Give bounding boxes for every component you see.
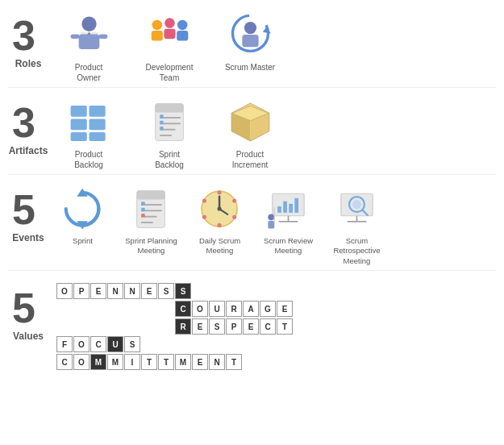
dev-team-icon bbox=[145, 10, 194, 59]
svg-rect-61 bbox=[294, 198, 298, 212]
svg-rect-30 bbox=[160, 127, 164, 131]
svg-rect-46 bbox=[141, 214, 145, 218]
cell-n2: N bbox=[124, 283, 140, 299]
cell-p2: P bbox=[226, 318, 242, 335]
svg-point-53 bbox=[202, 198, 206, 202]
cell-empty-6 bbox=[141, 301, 157, 317]
cell-c-highlight: C bbox=[175, 301, 191, 317]
values-label: Values bbox=[13, 331, 44, 342]
svg-point-51 bbox=[218, 222, 222, 227]
svg-rect-7 bbox=[151, 31, 162, 41]
svg-rect-15 bbox=[242, 35, 258, 47]
svg-rect-58 bbox=[277, 206, 281, 212]
scrum-retro-label: Scrum RetrospectiveMeeting bbox=[323, 236, 391, 266]
svg-point-50 bbox=[232, 214, 236, 218]
values-number-col: 5 Values bbox=[8, 279, 48, 342]
cell-t2: T bbox=[141, 354, 157, 370]
scrum-master-label: Scrum Master bbox=[225, 62, 275, 73]
role-product-owner: ProductOwner bbox=[48, 10, 129, 83]
cell-e2: E bbox=[141, 283, 157, 299]
svg-point-52 bbox=[202, 214, 206, 218]
sprint-planning-icon bbox=[127, 185, 176, 233]
cell-m3: M bbox=[175, 354, 191, 370]
svg-rect-29 bbox=[160, 120, 164, 124]
svg-rect-23 bbox=[155, 103, 183, 112]
cell-u-highlight: U bbox=[107, 336, 123, 352]
event-scrum-review: Scrum ReviewMeeting bbox=[254, 185, 323, 256]
cell-empty-13 bbox=[141, 318, 157, 335]
role-dev-team: DevelopmentTeam bbox=[129, 10, 210, 83]
divider-3 bbox=[8, 270, 496, 271]
svg-point-6 bbox=[152, 19, 162, 30]
openness-row: O P E N N E S S bbox=[56, 283, 294, 299]
svg-rect-3 bbox=[78, 34, 99, 48]
artifacts-number: 3 bbox=[12, 102, 44, 143]
svg-rect-4 bbox=[70, 34, 79, 38]
svg-rect-9 bbox=[164, 28, 175, 39]
svg-point-0 bbox=[81, 16, 96, 31]
cell-s3: S bbox=[124, 336, 140, 352]
roles-section: 3 Roles ProductOwner bbox=[0, 0, 504, 83]
cell-r-highlight: R bbox=[175, 318, 191, 335]
svg-rect-44 bbox=[141, 202, 145, 206]
cell-e3: E bbox=[277, 301, 293, 317]
svg-rect-45 bbox=[141, 207, 145, 211]
cell-empty-3 bbox=[90, 301, 106, 317]
cell-o2: O bbox=[192, 301, 208, 317]
cell-s2: S bbox=[209, 318, 225, 335]
cell-empty-10 bbox=[90, 318, 106, 335]
roles-label: Roles bbox=[15, 58, 42, 69]
cell-c4: C bbox=[56, 354, 73, 370]
artifact-sprint-backlog: SprintBacklog bbox=[129, 98, 210, 170]
scrum-review-label: Scrum ReviewMeeting bbox=[264, 236, 313, 256]
artifact-product-backlog: ProductBacklog bbox=[48, 98, 129, 170]
divider-1 bbox=[8, 87, 496, 88]
svg-rect-21 bbox=[89, 131, 105, 140]
svg-rect-11 bbox=[177, 31, 188, 41]
cell-m2: M bbox=[107, 354, 123, 370]
svg-rect-16 bbox=[70, 105, 86, 116]
cell-t1: T bbox=[277, 318, 293, 335]
svg-rect-5 bbox=[98, 34, 107, 38]
svg-rect-65 bbox=[268, 221, 274, 228]
cell-a1: A bbox=[243, 301, 259, 317]
cell-empty-2 bbox=[73, 301, 90, 317]
respect-row: R E S P E C T bbox=[56, 318, 294, 335]
cell-n2b: N bbox=[209, 354, 225, 370]
product-backlog-label: ProductBacklog bbox=[74, 149, 103, 170]
sprint-icon bbox=[59, 185, 107, 233]
cell-e5: E bbox=[243, 318, 259, 335]
cell-empty-7 bbox=[158, 301, 174, 317]
cell-empty-5 bbox=[124, 301, 140, 317]
cell-g: G bbox=[260, 301, 276, 317]
product-increment-label: ProductIncrement bbox=[232, 149, 268, 170]
svg-rect-17 bbox=[89, 105, 105, 116]
event-sprint: Sprint bbox=[48, 185, 117, 246]
sprint-backlog-label: SprintBacklog bbox=[155, 149, 184, 170]
artifacts-items: ProductBacklog bbox=[48, 94, 496, 170]
svg-point-48 bbox=[218, 190, 222, 194]
cell-t3: T bbox=[158, 354, 174, 370]
event-daily-scrum: Daily ScrumMeeting bbox=[185, 185, 254, 256]
svg-point-49 bbox=[232, 198, 236, 202]
cell-o1: O bbox=[56, 283, 73, 299]
svg-rect-28 bbox=[160, 114, 164, 119]
svg-point-64 bbox=[268, 214, 274, 220]
events-section: 5 Events Sprint bbox=[0, 179, 504, 266]
cell-f: F bbox=[56, 336, 73, 352]
cell-empty-4 bbox=[107, 301, 123, 317]
product-increment-icon bbox=[226, 98, 274, 146]
sprint-planning-label: Sprint PlanningMeeting bbox=[125, 236, 177, 256]
cell-o3: O bbox=[73, 336, 90, 352]
cell-empty-8 bbox=[56, 318, 73, 335]
sprint-backlog-icon bbox=[145, 98, 194, 146]
dev-team-label: DevelopmentTeam bbox=[146, 62, 194, 83]
svg-rect-18 bbox=[70, 119, 86, 130]
cell-e6: E bbox=[192, 354, 208, 370]
cell-i: I bbox=[124, 354, 140, 370]
product-owner-icon bbox=[65, 10, 113, 59]
scrum-retro-icon bbox=[333, 185, 381, 233]
svg-rect-57 bbox=[273, 193, 304, 216]
artifact-product-increment: ProductIncrement bbox=[210, 98, 290, 170]
divider-2 bbox=[8, 174, 496, 175]
